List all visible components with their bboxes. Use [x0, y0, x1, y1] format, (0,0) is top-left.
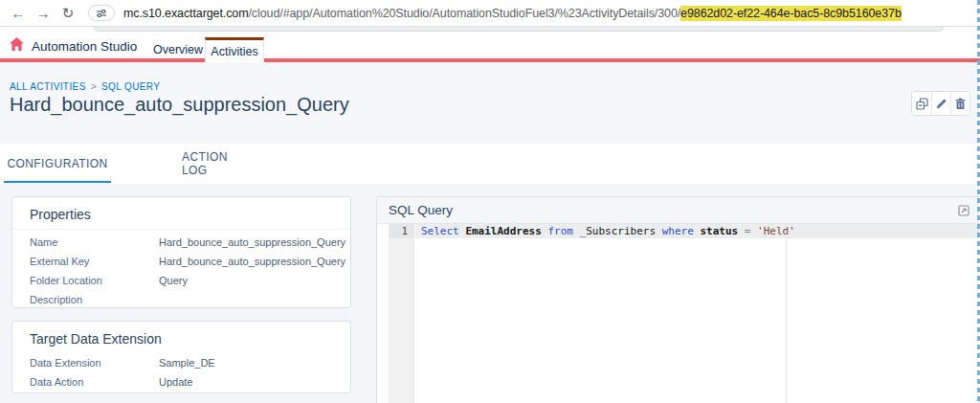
properties-card-title: Properties: [12, 197, 350, 230]
page-title: Hard_bounce_auto_suppression_Query: [10, 94, 349, 116]
property-row-folder-location: Folder Location Query: [12, 271, 350, 290]
breadcrumb: ALL ACTIVITIES>SQL QUERY: [10, 81, 160, 92]
property-value: Hard_bounce_auto_suppression_Query: [159, 236, 345, 248]
sql-token: where: [662, 225, 694, 237]
expand-icon[interactable]: [958, 205, 969, 219]
app-title: Automation Studio: [32, 39, 137, 54]
url-domain: mc.s10.exacttarget.com: [123, 7, 249, 20]
page-header: ALL ACTIVITIES>SQL QUERY Hard_bounce_aut…: [0, 62, 980, 144]
target-label: Data Action: [30, 376, 159, 388]
sql-token: 'Held': [757, 225, 795, 237]
tab-activities[interactable]: Activities: [205, 37, 264, 62]
tab-action-log[interactable]: ACTION LOG: [182, 144, 253, 184]
screen: ← → ↻ mc.s10.exacttarget.com/cloud/#app/…: [0, 0, 980, 403]
content-area: Properties Name Hard_bounce_auto_suppres…: [0, 184, 980, 403]
brand-accent-bar: [0, 58, 980, 62]
home-icon: [9, 36, 25, 52]
sql-token: Select: [421, 225, 459, 237]
tab-configuration[interactable]: CONFIGURATION: [4, 144, 111, 184]
browser-toolbar: ← → ↻ mc.s10.exacttarget.com/cloud/#app/…: [0, 0, 980, 27]
sql-panel-title: SQL Query: [389, 203, 453, 217]
reload-button[interactable]: ↻: [56, 5, 80, 22]
editor-gutter: 1: [389, 224, 414, 403]
target-value: Sample_DE: [159, 357, 215, 369]
sql-token: EmailAddress: [465, 225, 541, 237]
property-row-name: Name Hard_bounce_auto_suppression_Query: [12, 233, 350, 252]
sql-token: from: [547, 225, 573, 237]
app-header: Automation Studio Overview Activities: [0, 27, 980, 62]
address-bar[interactable]: mc.s10.exacttarget.com/cloud/#app/Automa…: [123, 7, 902, 20]
breadcrumb-all-activities[interactable]: ALL ACTIVITIES: [10, 81, 86, 92]
property-row-external-key: External Key Hard_bounce_auto_suppressio…: [12, 252, 350, 271]
target-label: Data Extension: [30, 357, 159, 369]
tab-activities-label: Activities: [211, 45, 257, 58]
edit-button[interactable]: [931, 92, 950, 115]
breadcrumb-separator: >: [91, 81, 97, 92]
site-info-button[interactable]: [88, 5, 115, 21]
target-row-data-action: Data Action Update: [12, 372, 350, 392]
code-editor[interactable]: 1 Select EmailAddress from _Subscribers …: [377, 224, 980, 403]
property-label: Folder Location: [30, 275, 159, 286]
target-data-extension-card: Target Data Extension Data Extension Sam…: [11, 321, 351, 393]
property-label: External Key: [30, 256, 159, 267]
copy-icon: [916, 98, 928, 110]
properties-card: Properties Name Hard_bounce_auto_suppres…: [11, 196, 351, 308]
home-button[interactable]: [9, 36, 25, 56]
forward-button[interactable]: →: [31, 5, 56, 21]
property-row-description: Description: [12, 290, 350, 309]
copy-button[interactable]: [912, 92, 931, 115]
target-row-data-extension: Data Extension Sample_DE: [12, 353, 350, 372]
sql-token: status: [700, 225, 738, 237]
breadcrumb-sql-query[interactable]: SQL QUERY: [101, 81, 160, 92]
edit-icon: [935, 98, 947, 110]
sql-token: _Subscribers: [573, 225, 662, 237]
sql-token: =: [738, 225, 757, 237]
line-number: 1: [389, 224, 413, 238]
property-value: Query: [159, 275, 188, 286]
tune-icon: [96, 8, 107, 19]
url-path: /cloud/#app/Automation%20Studio/Automati…: [249, 7, 681, 20]
property-label: Description: [30, 294, 159, 305]
delete-button[interactable]: [950, 92, 969, 115]
property-label: Name: [30, 236, 159, 248]
section-tabs: CONFIGURATION ACTION LOG: [0, 144, 980, 184]
code-line: Select EmailAddress from _Subscribers wh…: [421, 224, 795, 238]
tab-overview-label: Overview: [153, 43, 203, 56]
tab-action-log-label: ACTION LOG: [182, 150, 253, 177]
sql-query-panel: SQL Query 1 Select EmailAddress from _Su…: [376, 196, 980, 403]
trash-icon: [954, 98, 967, 110]
sql-panel-header: SQL Query: [377, 197, 980, 224]
tab-configuration-label: CONFIGURATION: [8, 157, 108, 170]
url-highlighted-id: e9862d02-ef22-464e-bac5-8c9b5160e37b: [680, 6, 902, 21]
back-button[interactable]: ←: [6, 5, 31, 21]
active-tab-underline: [4, 181, 111, 184]
print-margin: [786, 224, 787, 403]
target-card-title: Target Data Extension: [12, 322, 350, 353]
target-value: Update: [159, 376, 192, 388]
action-button-group: [911, 91, 970, 116]
omnibox-dropdown-edge: [94, 27, 944, 32]
property-value: Hard_bounce_auto_suppression_Query: [159, 256, 345, 267]
